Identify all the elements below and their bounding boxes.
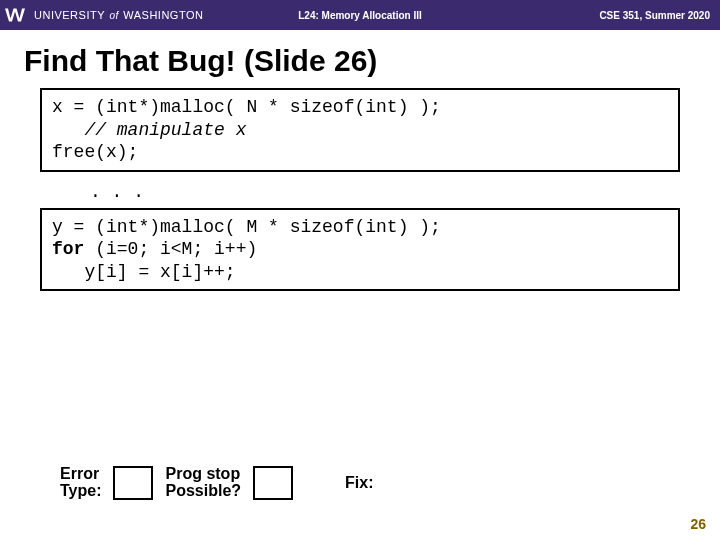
code-line: y[i] = x[i]++; bbox=[52, 262, 236, 282]
code-line: free(x); bbox=[52, 142, 138, 162]
code-line: x = (int*)malloc( N * sizeof(int) ); bbox=[52, 97, 441, 117]
code-block-2: y = (int*)malloc( M * sizeof(int) ); for… bbox=[40, 208, 680, 292]
error-type-box[interactable] bbox=[113, 466, 153, 500]
code-indent bbox=[52, 120, 84, 140]
university-text-1: UNIVERSITY bbox=[34, 9, 105, 21]
code-line-rest: (i=0; i<M; i++) bbox=[84, 239, 257, 259]
university-name: UNIVERSITY of WASHINGTON bbox=[34, 9, 203, 21]
fix-label: Fix: bbox=[345, 475, 373, 492]
answer-row: Error Type: Prog stop Possible? Fix: bbox=[60, 466, 374, 500]
code-area: x = (int*)malloc( N * sizeof(int) ); // … bbox=[40, 88, 680, 291]
code-keyword: for bbox=[52, 239, 84, 259]
slide-title: Find That Bug! (Slide 26) bbox=[0, 30, 720, 88]
lecture-label: L24: Memory Allocation III bbox=[298, 10, 422, 21]
university-text-of: of bbox=[109, 10, 118, 21]
code-line: y = (int*)malloc( M * sizeof(int) ); bbox=[52, 217, 441, 237]
university-text-2: WASHINGTON bbox=[123, 9, 203, 21]
top-bar: UNIVERSITY of WASHINGTON L24: Memory All… bbox=[0, 0, 720, 30]
course-label: CSE 351, Summer 2020 bbox=[599, 10, 710, 21]
slide: UNIVERSITY of WASHINGTON L24: Memory All… bbox=[0, 0, 720, 540]
prog-stop-label: Prog stop Possible? bbox=[165, 466, 241, 500]
prog-stop-box[interactable] bbox=[253, 466, 293, 500]
error-type-label: Error Type: bbox=[60, 466, 101, 500]
uw-logo-icon bbox=[0, 0, 30, 30]
page-number: 26 bbox=[690, 516, 706, 532]
code-ellipsis: . . . bbox=[40, 176, 680, 208]
code-comment: // manipulate x bbox=[84, 120, 246, 140]
code-block-1: x = (int*)malloc( N * sizeof(int) ); // … bbox=[40, 88, 680, 172]
